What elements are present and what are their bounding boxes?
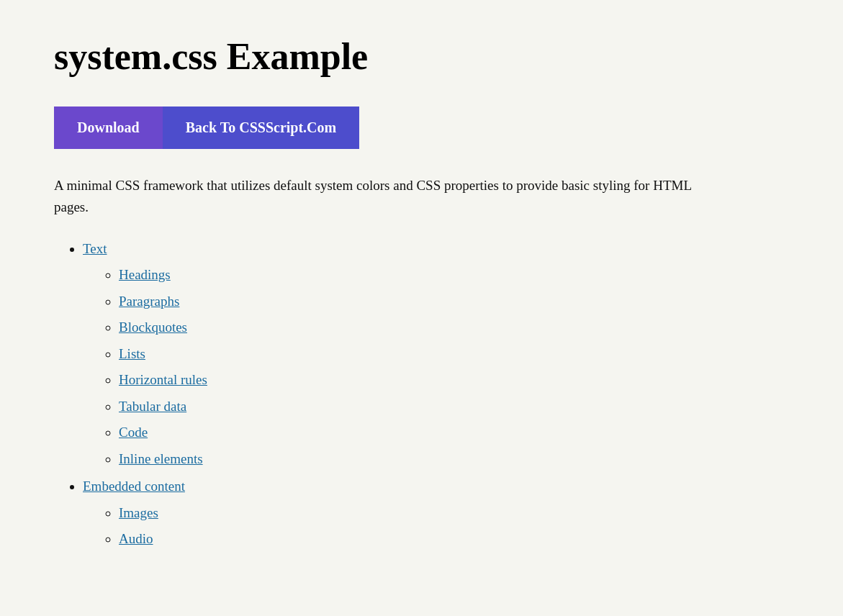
list-item-inline-elements: Inline elements: [119, 449, 789, 470]
list-item-code: Code: [119, 422, 789, 443]
list-item-horizontal-rules: Horizontal rules: [119, 370, 789, 391]
list-item-headings: Headings: [119, 265, 789, 286]
nav-link-lists[interactable]: Lists: [119, 346, 145, 361]
list-item-images: Images: [119, 503, 789, 524]
back-button[interactable]: Back To CSSScript.Com: [163, 107, 360, 149]
nav-link-paragraphs[interactable]: Paragraphs: [119, 294, 179, 309]
list-item-paragraphs: Paragraphs: [119, 291, 789, 312]
sub-nav-list-text: Headings Paragraphs Blockquotes Lists Ho…: [83, 265, 789, 469]
nav-link-inline-elements[interactable]: Inline elements: [119, 451, 203, 466]
nav-link-audio[interactable]: Audio: [119, 531, 153, 546]
download-button[interactable]: Download: [54, 107, 163, 149]
list-item-blockquotes: Blockquotes: [119, 317, 789, 338]
nav-link-horizontal-rules[interactable]: Horizontal rules: [119, 372, 207, 387]
nav-link-embedded-content[interactable]: Embedded content: [83, 479, 185, 494]
main-nav-list: Text Headings Paragraphs Blockquotes Lis…: [54, 239, 789, 550]
nav-link-code[interactable]: Code: [119, 425, 148, 440]
list-item-lists: Lists: [119, 344, 789, 365]
nav-link-headings[interactable]: Headings: [119, 267, 171, 282]
description-text: A minimal CSS framework that utilizes de…: [54, 175, 702, 219]
list-item-embedded-content: Embedded content Images Audio: [83, 476, 789, 550]
nav-link-text[interactable]: Text: [83, 241, 107, 256]
nav-link-blockquotes[interactable]: Blockquotes: [119, 320, 187, 335]
button-row: Download Back To CSSScript.Com: [54, 107, 789, 149]
page-title: system.css Example: [54, 29, 789, 85]
list-item-text: Text Headings Paragraphs Blockquotes Lis…: [83, 239, 789, 470]
sub-nav-list-embedded: Images Audio: [83, 503, 789, 550]
list-item-audio: Audio: [119, 529, 789, 550]
nav-link-tabular-data[interactable]: Tabular data: [119, 399, 186, 414]
nav-link-images[interactable]: Images: [119, 505, 158, 520]
list-item-tabular-data: Tabular data: [119, 397, 789, 417]
